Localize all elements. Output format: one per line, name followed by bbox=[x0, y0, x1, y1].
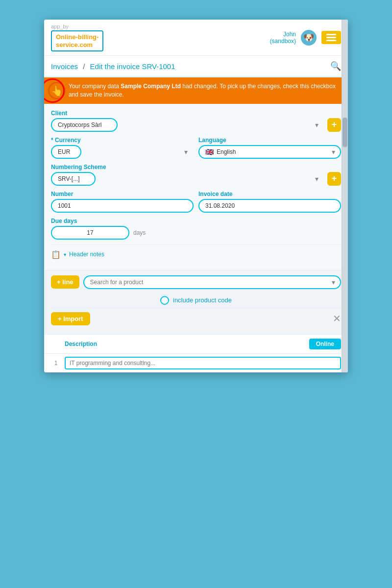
language-field-group: Language 🇬🇧 English ▾ bbox=[198, 137, 341, 159]
pointer-icon: 👆 bbox=[51, 84, 63, 98]
header-notes-label: Header notes bbox=[69, 251, 104, 258]
client-select-wrapper: Cryptocorps Sàrl ▾ + bbox=[51, 118, 341, 132]
add-line-button[interactable]: + line bbox=[51, 275, 79, 289]
numbering-select[interactable]: SRV-[...] bbox=[51, 172, 96, 186]
due-days-input[interactable] bbox=[51, 226, 129, 240]
number-field-group: Number bbox=[51, 191, 194, 213]
app-by-label: app_by bbox=[51, 24, 103, 29]
numbering-dropdown-arrow: ▾ bbox=[315, 175, 318, 183]
invoice-date-field-group: Invoice date bbox=[198, 191, 341, 213]
client-label: Client bbox=[51, 110, 341, 117]
add-line-label: + line bbox=[57, 278, 74, 286]
import-row: + Import ✕ bbox=[51, 308, 341, 329]
online-badge: Online bbox=[309, 339, 341, 349]
import-button[interactable]: + Import bbox=[51, 312, 90, 325]
hamburger-line-1 bbox=[326, 34, 336, 35]
avatar: 🐶 bbox=[301, 30, 317, 46]
alert-banner: 👆 Your company data Sample Company Ltd h… bbox=[44, 77, 348, 104]
logo-text: Online-billing- service.com bbox=[56, 33, 98, 49]
breadcrumb-edit-invoice: Edit the invoice SRV-1001 bbox=[90, 62, 175, 71]
notes-icon: 📋 bbox=[51, 250, 61, 259]
include-product-radio[interactable] bbox=[160, 296, 169, 305]
user-name: John bbox=[270, 31, 296, 38]
client-select-container: Cryptocorps Sàrl ▾ bbox=[51, 118, 324, 132]
import-label: + Import bbox=[58, 315, 83, 322]
currency-select-wrapper: EUR ▾ bbox=[51, 145, 194, 159]
alert-message: Your company data Sample Company Ltd had… bbox=[69, 83, 336, 98]
table-header-row: Description Online bbox=[44, 335, 348, 354]
include-product-label[interactable]: include product code bbox=[173, 296, 232, 304]
alert-prefix: Your company data bbox=[69, 83, 121, 90]
numbering-select-container: SRV-[...] ▾ bbox=[51, 172, 324, 186]
alert-icon: 👆 bbox=[48, 82, 66, 99]
currency-label: * Currency bbox=[51, 137, 194, 144]
client-field-group: Client Cryptocorps Sàrl ▾ + bbox=[51, 110, 341, 132]
currency-dropdown-arrow: ▾ bbox=[184, 148, 188, 156]
numbering-label: Numbering Scheme bbox=[51, 164, 341, 171]
hamburger-button[interactable] bbox=[321, 31, 341, 44]
due-days-field-group: Due days days bbox=[51, 218, 341, 240]
user-info: John (sandbox) bbox=[270, 31, 296, 45]
flag-icon: 🇬🇧 bbox=[205, 148, 214, 156]
header: app_by Online-billing- service.com John … bbox=[44, 20, 348, 56]
row-description-input[interactable] bbox=[65, 357, 341, 369]
notes-chevron: ▾ bbox=[64, 252, 66, 257]
alert-company: Sample Company Ltd bbox=[121, 83, 181, 90]
language-value: English bbox=[217, 148, 236, 155]
add-line-row: + line ▾ bbox=[51, 275, 341, 289]
user-badge: (sandbox) bbox=[270, 38, 296, 45]
currency-select[interactable]: EUR bbox=[51, 145, 81, 159]
numbering-field-group: Numbering Scheme SRV-[...] ▾ + bbox=[51, 164, 341, 186]
due-days-label: Due days bbox=[51, 218, 341, 224]
breadcrumb: Invoices / Edit the invoice SRV-1001 bbox=[51, 62, 175, 71]
number-input[interactable] bbox=[51, 199, 194, 213]
lines-section: + line ▾ include product code + Import ✕ bbox=[44, 270, 348, 334]
search-product-wrapper: ▾ bbox=[83, 275, 341, 289]
logo-box: Online-billing- service.com bbox=[51, 30, 103, 51]
close-import-button[interactable]: ✕ bbox=[333, 313, 341, 324]
number-label: Number bbox=[51, 191, 194, 197]
add-numbering-button[interactable]: + bbox=[327, 172, 341, 186]
nav-bar: Invoices / Edit the invoice SRV-1001 🔍 bbox=[44, 56, 348, 77]
search-icon[interactable]: 🔍 bbox=[330, 61, 341, 72]
invoice-date-label: Invoice date bbox=[198, 191, 341, 197]
header-notes-toggle[interactable]: 📋 ▾ Header notes bbox=[51, 245, 341, 264]
due-days-row: days bbox=[51, 226, 341, 240]
language-select[interactable]: 🇬🇧 English ▾ bbox=[198, 145, 341, 159]
search-product-input[interactable] bbox=[83, 275, 341, 289]
numbering-select-wrapper: SRV-[...] ▾ + bbox=[51, 172, 341, 186]
header-right: John (sandbox) 🐶 bbox=[270, 30, 341, 46]
include-product-row: include product code bbox=[51, 293, 341, 308]
row-number: 1 bbox=[51, 360, 61, 367]
table-section: Description Online 1 bbox=[44, 334, 348, 372]
form-area: Client Cryptocorps Sàrl ▾ + * Currency E… bbox=[44, 104, 348, 270]
add-client-button[interactable]: + bbox=[327, 118, 341, 132]
client-dropdown-arrow: ▾ bbox=[315, 121, 318, 129]
table-row: 1 bbox=[44, 354, 348, 372]
client-select[interactable]: Cryptocorps Sàrl bbox=[51, 118, 118, 132]
table-description-header: Description bbox=[65, 341, 305, 347]
language-dropdown-arrow: ▾ bbox=[332, 148, 335, 156]
invoice-date-input[interactable] bbox=[198, 199, 341, 213]
browser-window: app_by Online-billing- service.com John … bbox=[44, 20, 348, 372]
hamburger-line-2 bbox=[326, 37, 336, 38]
currency-language-row: * Currency EUR ▾ Language 🇬🇧 English ▾ bbox=[51, 137, 341, 159]
hamburger-line-3 bbox=[326, 40, 336, 41]
currency-field-group: * Currency EUR ▾ bbox=[51, 137, 194, 159]
breadcrumb-invoices[interactable]: Invoices bbox=[51, 62, 78, 71]
due-days-suffix: days bbox=[133, 229, 146, 236]
number-date-row: Number Invoice date bbox=[51, 191, 341, 213]
language-label: Language bbox=[198, 137, 341, 144]
scrollbar-thumb[interactable] bbox=[343, 118, 347, 147]
breadcrumb-separator: / bbox=[83, 62, 85, 71]
logo-area: app_by Online-billing- service.com bbox=[51, 24, 103, 51]
